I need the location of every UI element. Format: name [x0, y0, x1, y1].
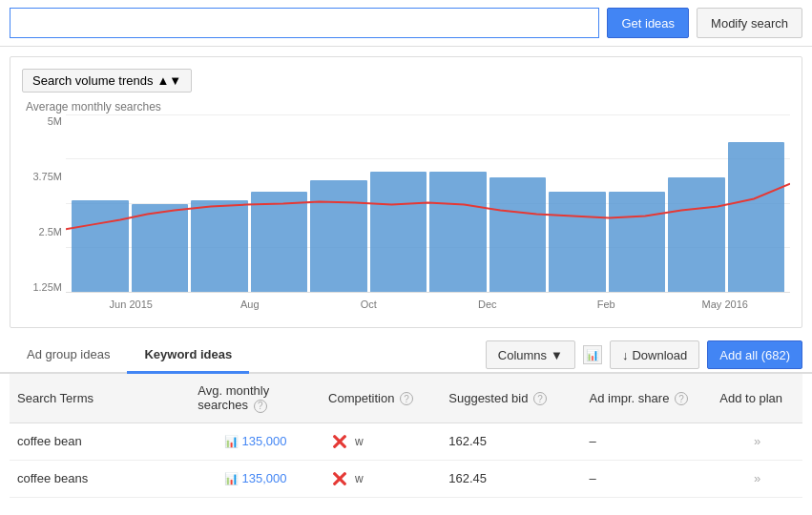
competition-x-mark-1	[328, 433, 351, 450]
competition-display-1: w	[328, 433, 433, 450]
modify-search-button[interactable]: Modify search	[697, 8, 802, 38]
x-axis: Jun 2015 Aug Oct Dec Feb May 2016	[66, 293, 790, 316]
chart-y-axis-title: Average monthly searches	[26, 100, 790, 113]
table-section: Search Terms Avg. monthly searches ? Com…	[10, 374, 802, 498]
chevron-down-icon: ▲▼	[156, 73, 181, 88]
bar-4	[251, 192, 308, 292]
bar-9	[549, 192, 606, 292]
download-label: Download	[632, 348, 687, 362]
bar-2	[132, 204, 189, 293]
col-header-avg-monthly: Avg. monthly searches ?	[190, 374, 321, 422]
col-bid-label: Suggested bid	[448, 391, 528, 405]
adimpr-value-1: –	[590, 434, 596, 448]
download-button[interactable]: ↓ Download	[610, 340, 699, 369]
search-bar: coffee beans, coffee bean Get ideas Modi…	[0, 0, 812, 47]
keyword-search-input[interactable]: coffee beans, coffee bean	[10, 8, 599, 38]
bars-container	[66, 115, 790, 292]
bid-value-1: 162.45	[448, 434, 487, 448]
addplan-cell-1[interactable]: »	[712, 422, 802, 460]
col-search-terms-label: Search Terms	[17, 391, 94, 405]
bar-7	[429, 172, 487, 292]
bar-6	[370, 172, 427, 292]
col-header-adimpr: Ad impr. share ?	[582, 374, 713, 422]
col-addplan-label: Add to plan	[719, 391, 782, 405]
chart-view-icon[interactable]: 📊	[583, 345, 602, 364]
bar-12	[728, 142, 785, 292]
x-label-1: Jun 2015	[72, 299, 191, 310]
term-cell-2: coffee beans	[10, 460, 190, 497]
col-header-suggested-bid: Suggested bid ?	[441, 374, 581, 422]
term-value-2: coffee beans	[17, 471, 88, 485]
col-adimpr-label: Ad impr. share	[590, 391, 670, 405]
term-cell-1: coffee bean	[10, 422, 190, 460]
avg-value-1: 135,000	[242, 434, 287, 448]
bar-10	[609, 192, 666, 292]
bid-cell-2: 162.45	[441, 460, 581, 497]
tab-ad-group-ideas[interactable]: Ad group ideas	[10, 338, 127, 374]
tabs-toolbar: Ad group ideas Keyword ideas Columns ▼ 📊…	[0, 338, 812, 374]
adimpr-value-2: –	[590, 471, 596, 485]
trend-icon-2[interactable]: 📊	[224, 472, 239, 485]
chart-container: 1.25M 2.5M 3.75M 5M	[22, 115, 790, 316]
get-ideas-button[interactable]: Get ideas	[607, 8, 689, 38]
x-label-3: Oct	[309, 299, 428, 310]
col-header-search-terms: Search Terms	[10, 374, 190, 422]
bar-3	[191, 200, 248, 292]
chart-header: Search volume trends ▲▼	[22, 69, 790, 93]
x-label-6: May 2016	[666, 299, 785, 310]
toolbar: Columns ▼ 📊 ↓ Download Add all (682)	[486, 340, 802, 369]
x-label-2: Aug	[191, 299, 310, 310]
col-header-addplan: Add to plan	[712, 374, 802, 422]
x-label-4: Dec	[428, 299, 548, 310]
tab-keyword-ideas[interactable]: Keyword ideas	[127, 338, 249, 374]
adimpr-cell-1: –	[582, 422, 713, 460]
table-row: coffee bean 📊 135,000 w 162.45 –	[10, 422, 802, 460]
chart-draw-area	[66, 115, 790, 293]
avg-cell-2: 📊 135,000	[190, 460, 321, 497]
y-label-2: 2.5M	[22, 226, 66, 237]
y-label-1: 1.25M	[22, 281, 66, 293]
competition-x-mark-2	[328, 470, 351, 487]
avg-value-2: 135,000	[242, 471, 287, 485]
table-header-row: Search Terms Avg. monthly searches ? Com…	[10, 374, 802, 422]
bar-1	[72, 200, 129, 292]
keywords-table: Search Terms Avg. monthly searches ? Com…	[10, 374, 802, 498]
chart-section: Search volume trends ▲▼ Average monthly …	[10, 56, 802, 328]
trend-icon-1[interactable]: 📊	[224, 435, 239, 448]
chart-dropdown-button[interactable]: Search volume trends ▲▼	[22, 69, 192, 93]
addplan-cell-2[interactable]: »	[712, 460, 802, 497]
columns-button[interactable]: Columns ▼	[486, 340, 575, 369]
adimpr-help-icon[interactable]: ?	[675, 392, 688, 405]
addplan-chevron-1[interactable]: »	[754, 434, 760, 448]
competition-w-label-1: w	[355, 435, 364, 448]
comp-cell-2: w	[321, 460, 441, 497]
download-icon: ↓	[622, 348, 629, 362]
comp-help-icon[interactable]: ?	[400, 392, 413, 405]
table-row: coffee beans 📊 135,000 w 162.45 –	[10, 460, 802, 497]
col-comp-label: Competition	[328, 391, 394, 405]
comp-cell-1: w	[321, 422, 441, 460]
chart-dropdown-label: Search volume trends	[32, 73, 153, 88]
tabs-container: Ad group ideas Keyword ideas	[10, 338, 486, 372]
add-all-button[interactable]: Add all (682)	[707, 340, 802, 369]
bid-value-2: 162.45	[448, 471, 487, 485]
competition-display-2: w	[328, 470, 433, 487]
bid-cell-1: 162.45	[441, 422, 581, 460]
y-label-3: 3.75M	[22, 171, 66, 182]
x-label-5: Feb	[547, 299, 666, 310]
bid-help-icon[interactable]: ?	[533, 392, 547, 405]
chevron-down-icon: ▼	[551, 348, 563, 362]
columns-label: Columns	[498, 348, 547, 362]
avg-help-icon[interactable]: ?	[254, 400, 267, 413]
competition-w-label-2: w	[355, 472, 364, 485]
bar-5	[310, 180, 367, 292]
avg-cell-1: 📊 135,000	[190, 422, 321, 460]
adimpr-cell-2: –	[582, 460, 713, 497]
bar-11	[668, 177, 725, 292]
addplan-chevron-2[interactable]: »	[754, 471, 760, 485]
y-axis: 1.25M 2.5M 3.75M 5M	[22, 115, 66, 316]
term-value-1: coffee bean	[17, 434, 82, 448]
y-label-4: 5M	[22, 115, 66, 127]
bar-8	[489, 177, 547, 292]
col-header-competition: Competition ?	[321, 374, 441, 422]
